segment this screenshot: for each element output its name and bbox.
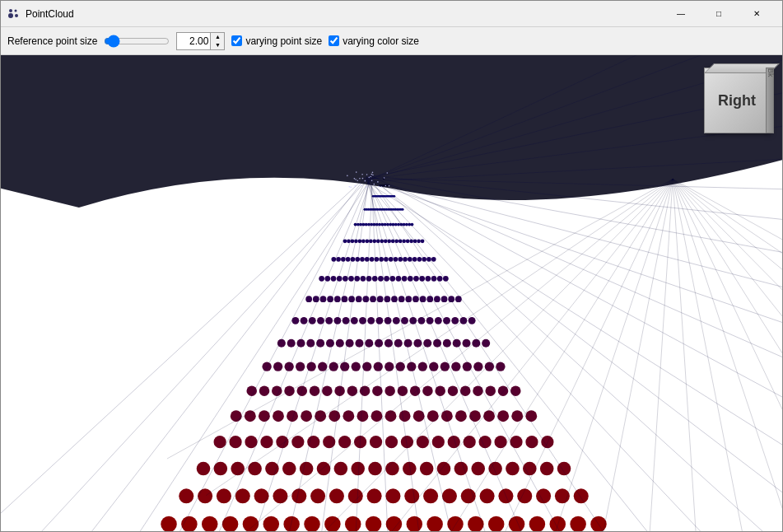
slider-container [104,33,170,49]
spinbox-up-button[interactable]: ▲ [211,33,224,41]
varying-point-size-label[interactable]: varying point size [245,35,322,47]
pointcloud-canvas[interactable] [1,55,782,531]
canvas-area[interactable]: Right Bk [1,55,782,531]
point-size-slider[interactable] [104,33,170,49]
title-bar-buttons: — □ ✕ [662,1,776,27]
window-title: PointCloud [26,8,74,20]
varying-color-size-label[interactable]: varying color size [343,35,419,47]
ref-point-size-label: Reference point size [7,35,97,47]
nav-cube[interactable]: Right Bk [700,63,774,138]
minimize-button[interactable]: — [662,1,700,27]
title-bar: PointCloud — □ ✕ [1,1,782,27]
spinbox-down-button[interactable]: ▼ [211,41,224,49]
close-button[interactable]: ✕ [738,1,776,27]
varying-color-size-group: varying color size [329,35,419,47]
varying-point-size-checkbox[interactable] [231,35,242,46]
svg-point-3 [15,14,18,17]
cube-back-label: Bk [767,68,775,77]
cube-side-face: Bk [766,68,774,133]
spinbox-arrows: ▲ ▼ [211,32,225,50]
point-size-input[interactable]: 2.00 [176,32,211,50]
main-window: PointCloud — □ ✕ Reference point size 2.… [0,0,783,532]
app-icon [7,7,21,21]
title-bar-left: PointCloud [7,7,74,21]
spinbox: 2.00 ▲ ▼ [176,32,225,50]
cube-face-right[interactable]: Right [704,68,770,133]
svg-point-0 [9,9,12,12]
varying-point-size-group: varying point size [231,35,322,47]
toolbar: Reference point size 2.00 ▲ ▼ varying po… [1,27,782,55]
maximize-button[interactable]: □ [700,1,738,27]
cube-right-label: Right [718,92,756,110]
varying-color-size-checkbox[interactable] [329,35,339,46]
svg-point-1 [15,9,17,12]
svg-point-2 [8,13,13,18]
